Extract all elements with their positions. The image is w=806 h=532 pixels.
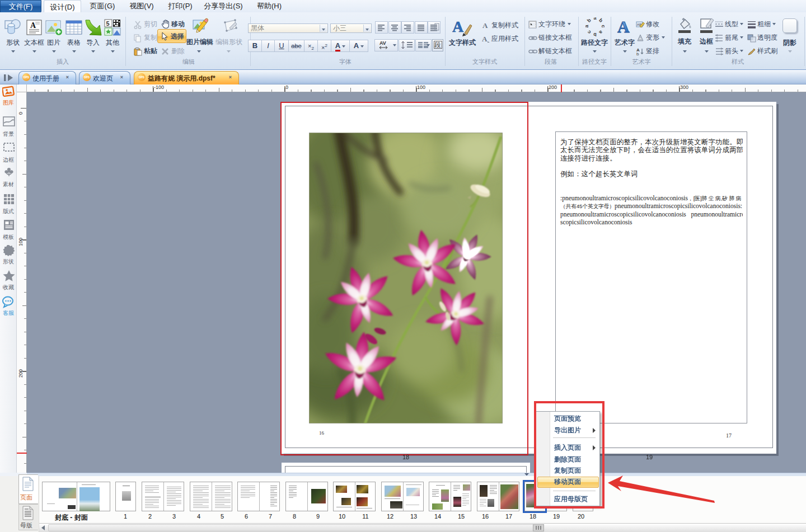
svg-text:b: b (636, 51, 639, 56)
svg-text:c: c (586, 29, 592, 35)
svg-text:a: a (593, 17, 597, 21)
svg-text:a: a (598, 29, 604, 35)
svg-text:a: a (585, 25, 589, 28)
svg-text:c: c (601, 25, 604, 27)
svg-text:A: A (482, 21, 488, 29)
svg-text:b: b (593, 32, 597, 36)
svg-text:AV: AV (379, 40, 386, 46)
svg-text:b: b (598, 17, 604, 23)
svg-text:A: A (617, 17, 630, 35)
svg-text:A: A (482, 35, 488, 43)
svg-text:5: 5 (106, 20, 110, 27)
svg-text:A: A (452, 18, 464, 35)
svg-text:b: b (586, 17, 592, 23)
